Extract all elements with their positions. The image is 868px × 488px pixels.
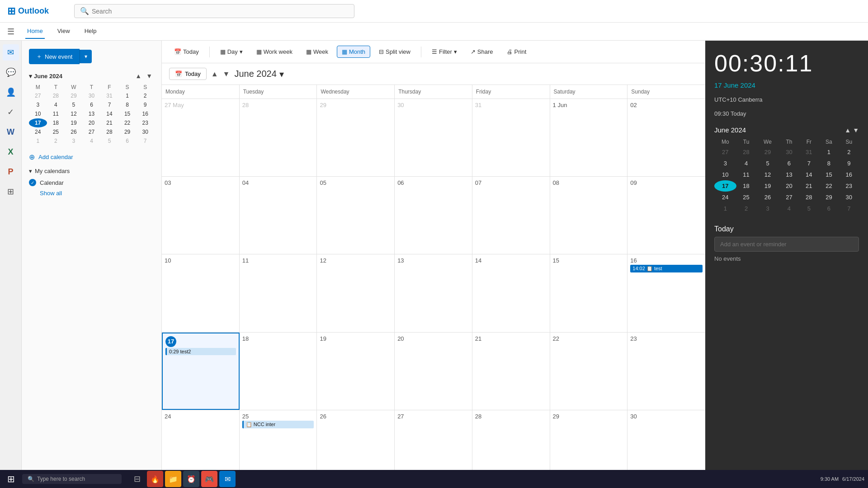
- mini-cal-day[interactable]: 4: [83, 136, 101, 145]
- right-cal-day[interactable]: 1: [714, 203, 736, 214]
- mini-cal-day[interactable]: 24: [29, 127, 47, 136]
- show-all[interactable]: Show all: [22, 188, 161, 198]
- right-cal-day[interactable]: 30: [779, 146, 799, 158]
- toolbar-splitview[interactable]: ⊟ Split view: [374, 46, 415, 58]
- toolbar-share[interactable]: ↗ Share: [466, 46, 498, 58]
- right-cal-day[interactable]: 5: [756, 158, 779, 169]
- taskbar-app-1[interactable]: 🔥: [147, 471, 163, 487]
- cal-cell-jun4[interactable]: 04: [240, 177, 317, 254]
- cal-cell-jun9[interactable]: 09: [627, 177, 705, 254]
- sidebar-icon-tasks[interactable]: ✓: [3, 104, 19, 120]
- taskbar-app-2[interactable]: 📁: [165, 471, 181, 487]
- add-event-input[interactable]: [714, 237, 859, 252]
- mini-cal-day[interactable]: 17: [29, 118, 47, 127]
- right-cal-day[interactable]: 1: [819, 146, 839, 158]
- right-cal-day[interactable]: 26: [756, 192, 779, 203]
- new-event-button[interactable]: ＋ New event: [29, 49, 80, 64]
- mini-cal-day[interactable]: 6: [83, 100, 101, 109]
- mini-cal-day[interactable]: 2: [136, 91, 154, 100]
- right-cal-day[interactable]: 2: [736, 203, 756, 214]
- right-cal-day[interactable]: 11: [736, 169, 756, 180]
- right-cal-day[interactable]: 27: [779, 192, 799, 203]
- cal-next-btn[interactable]: ▼: [223, 70, 230, 78]
- calendar-item[interactable]: ✓ Calendar: [22, 177, 161, 188]
- right-cal-day[interactable]: 29: [819, 192, 839, 203]
- mini-cal-day[interactable]: 3: [65, 136, 83, 145]
- mini-cal-day[interactable]: 19: [65, 118, 83, 127]
- cal-cell-jun19[interactable]: 19: [317, 333, 395, 410]
- mini-cal-day[interactable]: 3: [29, 100, 47, 109]
- right-cal-day[interactable]: 24: [714, 192, 736, 203]
- cal-cell-jun7[interactable]: 07: [472, 177, 550, 254]
- cal-cell-jun11[interactable]: 11: [240, 254, 317, 332]
- cal-cell-jun8[interactable]: 08: [550, 177, 628, 254]
- right-cal-day[interactable]: 19: [756, 180, 779, 192]
- hamburger-menu[interactable]: ☰: [7, 27, 14, 37]
- right-cal-day[interactable]: 31: [799, 146, 819, 158]
- sidebar-icon-people[interactable]: 👤: [3, 84, 19, 100]
- right-cal-day[interactable]: 13: [779, 169, 799, 180]
- taskbar-app-3[interactable]: ⏰: [183, 471, 199, 487]
- mini-cal-collapse[interactable]: ▾: [29, 73, 32, 80]
- cal-today-btn[interactable]: 📅 Today: [169, 68, 207, 80]
- mini-cal-day[interactable]: 27: [29, 91, 47, 100]
- cal-cell-jun14[interactable]: 14: [472, 254, 550, 332]
- mini-cal-day[interactable]: 2: [47, 136, 65, 145]
- right-cal-day[interactable]: 9: [839, 158, 859, 169]
- mini-cal-day[interactable]: 16: [136, 109, 154, 118]
- toolbar-workweek[interactable]: ▦ Work week: [251, 46, 297, 58]
- mini-cal-day[interactable]: 9: [136, 100, 154, 109]
- start-button[interactable]: ⊞: [4, 472, 19, 486]
- right-cal-day[interactable]: 27: [714, 146, 736, 158]
- right-cal-day[interactable]: 20: [779, 180, 799, 192]
- right-cal-day[interactable]: 16: [839, 169, 859, 180]
- mini-cal-day[interactable]: 6: [118, 136, 137, 145]
- mini-cal-prev[interactable]: ▲: [133, 71, 143, 80]
- cal-cell-may27[interactable]: 27 May: [162, 99, 240, 176]
- mini-cal-day[interactable]: 7: [136, 136, 154, 145]
- sidebar-icon-chat[interactable]: 💬: [3, 64, 19, 80]
- mini-cal-day[interactable]: 23: [136, 118, 154, 127]
- right-cal-day[interactable]: 7: [839, 203, 859, 214]
- mini-cal-day[interactable]: 1: [29, 136, 47, 145]
- mini-cal-day[interactable]: 13: [83, 109, 101, 118]
- mini-cal-day[interactable]: 28: [47, 91, 65, 100]
- right-cal-day[interactable]: 6: [779, 158, 799, 169]
- toolbar-print[interactable]: 🖨 Print: [502, 46, 532, 58]
- toolbar-month[interactable]: ▦ Month: [337, 46, 370, 58]
- right-mini-cal-prev[interactable]: ▲: [844, 127, 851, 134]
- mini-cal-day[interactable]: 18: [47, 118, 65, 127]
- cal-cell-jun6[interactable]: 06: [395, 177, 472, 254]
- mini-cal-day[interactable]: 25: [47, 127, 65, 136]
- cal-cell-jun1[interactable]: 1 Jun: [550, 99, 628, 176]
- right-cal-day[interactable]: 4: [779, 203, 799, 214]
- mini-cal-day[interactable]: 29: [118, 127, 137, 136]
- cal-cell-jun17[interactable]: 17 0:29 test2: [162, 333, 240, 410]
- new-event-dropdown[interactable]: ▾: [80, 50, 92, 63]
- mini-cal-day[interactable]: 10: [29, 109, 47, 118]
- toolbar-today[interactable]: 📅 Today: [169, 46, 204, 58]
- toolbar-day[interactable]: ▦ Day ▾: [215, 46, 248, 58]
- sidebar-icon-excel[interactable]: X: [3, 144, 19, 160]
- taskbar-app-outlook[interactable]: ✉: [219, 471, 236, 487]
- cal-prev-btn[interactable]: ▲: [211, 70, 218, 78]
- right-cal-day[interactable]: 18: [736, 180, 756, 192]
- right-cal-day[interactable]: 10: [714, 169, 736, 180]
- right-cal-day[interactable]: 12: [756, 169, 779, 180]
- add-calendar[interactable]: ⊕ Add calendar: [22, 149, 161, 165]
- event-test2[interactable]: 0:29 test2: [165, 348, 236, 355]
- tab-help[interactable]: Help: [83, 24, 99, 39]
- right-cal-day[interactable]: 17: [714, 180, 736, 192]
- my-calendars-header[interactable]: ▾ My calendars: [22, 165, 161, 177]
- mini-cal-day[interactable]: 27: [83, 127, 101, 136]
- mini-cal-day[interactable]: 5: [100, 136, 118, 145]
- tab-home[interactable]: Home: [25, 24, 45, 39]
- right-mini-cal-next[interactable]: ▼: [853, 127, 859, 134]
- cal-cell-may30[interactable]: 30: [395, 99, 472, 176]
- cal-month-dropdown[interactable]: ▾: [279, 69, 284, 80]
- mini-cal-day[interactable]: 20: [83, 118, 101, 127]
- right-cal-day[interactable]: 15: [819, 169, 839, 180]
- right-cal-day[interactable]: 14: [799, 169, 819, 180]
- mini-cal-day[interactable]: 8: [118, 100, 137, 109]
- event-test[interactable]: 14:02 📋 test: [630, 265, 703, 272]
